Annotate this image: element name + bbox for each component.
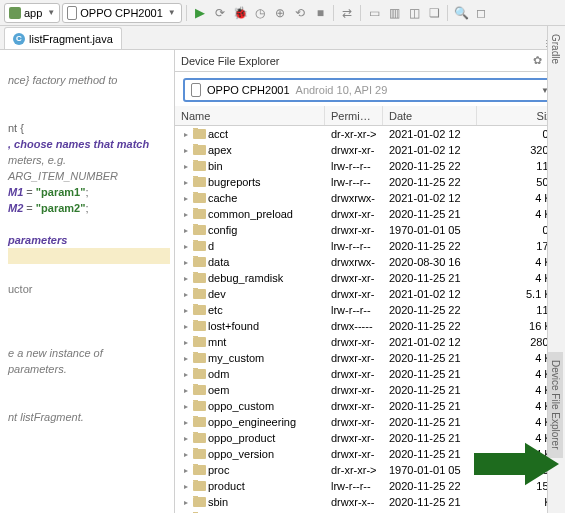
table-row[interactable]: ▸dlrw-r--r--2020-11-25 2217 B — [175, 238, 565, 254]
table-row[interactable]: ▸etclrw-r--r--2020-11-25 2211 B — [175, 302, 565, 318]
tab-device-file-explorer[interactable]: Device File Explorer — [548, 352, 563, 457]
folder-icon — [193, 289, 206, 299]
file-date: 2020-11-25 21 — [383, 384, 477, 396]
col-permissions[interactable]: Permi… — [325, 106, 383, 125]
stop-icon[interactable]: ■ — [311, 3, 329, 23]
folder-icon — [193, 417, 206, 427]
table-row[interactable]: ▸productlrw-r--r--2020-11-25 2215 B — [175, 478, 565, 494]
expand-icon[interactable]: ▸ — [181, 434, 191, 443]
code-line: nt { — [8, 120, 170, 136]
table-row[interactable]: ▸devdrwxr-xr-2021-01-02 125.1 KB — [175, 286, 565, 302]
debug-icon[interactable]: 🐞 — [231, 3, 249, 23]
user-icon[interactable]: ◻ — [472, 3, 490, 23]
table-row[interactable]: ▸acctdr-xr-xr->2021-01-02 120 B — [175, 126, 565, 142]
table-row[interactable]: ▸common_preloaddrwxr-xr-2020-11-25 214 K… — [175, 206, 565, 222]
file-name: my_custom — [208, 352, 264, 364]
run-icon[interactable]: ▶ — [191, 3, 209, 23]
resource-icon[interactable]: ◫ — [405, 3, 423, 23]
coverage-icon[interactable]: ⊕ — [271, 3, 289, 23]
expand-icon[interactable]: ▸ — [181, 242, 191, 251]
expand-icon[interactable]: ▸ — [181, 146, 191, 155]
separator — [447, 5, 448, 21]
table-row[interactable]: ▸lost+founddrwx-----2020-11-25 2216 KB — [175, 318, 565, 334]
expand-icon[interactable]: ▸ — [181, 466, 191, 475]
layout-icon[interactable]: ❏ — [425, 3, 443, 23]
device-combo[interactable]: OPPO CPH2001 ▼ — [62, 3, 182, 23]
file-perm: drwxr-xr- — [325, 208, 383, 220]
expand-icon[interactable]: ▸ — [181, 418, 191, 427]
editor-tabs: C listFragment.java ⋮⋮s — [0, 26, 565, 50]
expand-icon[interactable]: ▸ — [181, 162, 191, 171]
table-row[interactable]: ▸odmdrwxr-xr-2020-11-25 214 KB — [175, 366, 565, 382]
expand-icon[interactable]: ▸ — [181, 370, 191, 379]
separator — [186, 5, 187, 21]
gear-icon[interactable]: ✿ — [533, 54, 542, 67]
table-body[interactable]: ▸acctdr-xr-xr->2021-01-02 120 B▸apexdrwx… — [175, 126, 565, 513]
sync-icon[interactable]: ⇄ — [338, 3, 356, 23]
file-date: 1970-01-01 05 — [383, 464, 477, 476]
expand-icon[interactable]: ▸ — [181, 498, 191, 507]
file-date: 2020-11-25 22 — [383, 480, 477, 492]
table-row[interactable]: ▸apexdrwxr-xr-2021-01-02 12320 B — [175, 142, 565, 158]
expand-icon[interactable]: ▸ — [181, 354, 191, 363]
file-table: Name Permi… Date Size ▸acctdr-xr-xr->202… — [175, 106, 565, 513]
table-row[interactable]: ▸datadrwxrwx-2020-08-30 164 KB — [175, 254, 565, 270]
sdk-icon[interactable]: ▥ — [385, 3, 403, 23]
tab-listfragment[interactable]: C listFragment.java — [4, 27, 122, 49]
expand-icon[interactable]: ▸ — [181, 482, 191, 491]
search-icon[interactable]: 🔍 — [452, 3, 470, 23]
expand-icon[interactable]: ▸ — [181, 338, 191, 347]
table-row[interactable]: ▸binlrw-r--r--2020-11-25 2211 B — [175, 158, 565, 174]
code-editor[interactable]: nce} factory method to nt { , choose nam… — [0, 50, 175, 513]
expand-icon[interactable]: ▸ — [181, 194, 191, 203]
table-row[interactable]: ▸oppo_customdrwxr-xr-2020-11-25 214 KB — [175, 398, 565, 414]
table-row[interactable]: ▸oppo_versiondrwxr-xr-2020-11-25 214 KB — [175, 446, 565, 462]
folder-icon — [193, 193, 206, 203]
expand-icon[interactable]: ▸ — [181, 130, 191, 139]
table-row[interactable]: ▸oemdrwxr-xr-2020-11-25 214 KB — [175, 382, 565, 398]
file-date: 2020-11-25 21 — [383, 432, 477, 444]
table-row[interactable]: ▸cachedrwxrwx-2021-01-02 124 KB — [175, 190, 565, 206]
expand-icon[interactable]: ▸ — [181, 450, 191, 459]
java-class-icon: C — [13, 33, 25, 45]
expand-icon[interactable]: ▸ — [181, 274, 191, 283]
folder-icon — [193, 497, 206, 507]
table-row[interactable]: ▸bugreportslrw-r--r--2020-11-25 2250 B — [175, 174, 565, 190]
file-name: oppo_version — [208, 448, 274, 460]
table-row[interactable]: ▸debug_ramdiskdrwxr-xr-2020-11-25 214 KB — [175, 270, 565, 286]
chevron-down-icon: ▼ — [168, 8, 176, 17]
expand-icon[interactable]: ▸ — [181, 386, 191, 395]
table-row[interactable]: ▸procdr-xr-xr->1970-01-01 050 B — [175, 462, 565, 478]
expand-icon[interactable]: ▸ — [181, 258, 191, 267]
module-combo[interactable]: app ▼ — [4, 3, 60, 23]
expand-icon[interactable]: ▸ — [181, 402, 191, 411]
table-row[interactable]: ▸sbindrwxr-x--2020-11-25 21KB — [175, 494, 565, 510]
apply-changes-icon[interactable]: ⟳ — [211, 3, 229, 23]
expand-icon[interactable]: ▸ — [181, 210, 191, 219]
table-row[interactable]: ▸my_customdrwxr-xr-2020-11-25 214 KB — [175, 350, 565, 366]
expand-icon[interactable]: ▸ — [181, 306, 191, 315]
expand-icon[interactable]: ▸ — [181, 178, 191, 187]
attach-icon[interactable]: ⟲ — [291, 3, 309, 23]
comment-line: uctor — [8, 281, 170, 297]
avd-icon[interactable]: ▭ — [365, 3, 383, 23]
table-row[interactable]: ▸oppo_engineeringdrwxr-xr-2020-11-25 214… — [175, 414, 565, 430]
expand-icon[interactable]: ▸ — [181, 226, 191, 235]
col-date[interactable]: Date — [383, 106, 477, 125]
folder-icon — [193, 145, 206, 155]
tab-gradle[interactable]: Gradle — [548, 26, 563, 72]
file-perm: drwxr-xr- — [325, 288, 383, 300]
col-name[interactable]: Name — [175, 106, 325, 125]
device-details: Android 10, API 29 — [296, 84, 388, 96]
expand-icon[interactable]: ▸ — [181, 322, 191, 331]
file-perm: drwxr-xr- — [325, 416, 383, 428]
table-row[interactable]: ▸configdrwxr-xr-1970-01-01 050 B — [175, 222, 565, 238]
table-row[interactable]: ▸mntdrwxr-xr-2021-01-02 12280 B — [175, 334, 565, 350]
profile-icon[interactable]: ◷ — [251, 3, 269, 23]
device-label: OPPO CPH2001 — [80, 7, 163, 19]
table-row[interactable]: ▸oppo_productdrwxr-xr-2020-11-25 214 KB — [175, 430, 565, 446]
device-selector[interactable]: OPPO CPH2001 Android 10, API 29 ▼ — [183, 78, 557, 102]
expand-icon[interactable]: ▸ — [181, 290, 191, 299]
folder-icon — [193, 225, 206, 235]
tab-label: listFragment.java — [29, 33, 113, 45]
